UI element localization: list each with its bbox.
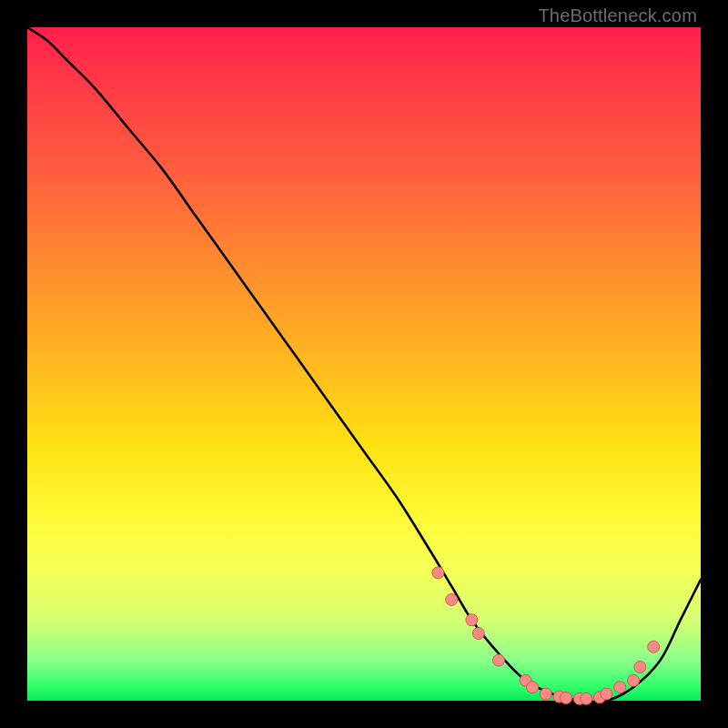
watermark-text: TheBottleneck.com [538,5,697,26]
highlight-dot [466,614,478,626]
highlight-dot [540,688,551,700]
highlight-dot [628,674,640,686]
highlight-dot [581,693,592,704]
gradient-plot-area [27,27,701,701]
highlight-dot [493,654,505,666]
highlight-dot [601,688,612,700]
highlight-dot [432,567,444,579]
highlight-dot [561,693,572,704]
curve-layer [27,27,701,701]
chart-frame: TheBottleneck.com [0,0,728,728]
highlight-dot [472,628,484,640]
highlight-dot [634,662,646,673]
highlight-dot [648,641,660,652]
highlight-dots-group [432,567,660,704]
bottleneck-curve [27,27,701,702]
highlight-dot [527,682,539,693]
highlight-dot [446,594,458,606]
highlight-dot [614,682,626,693]
